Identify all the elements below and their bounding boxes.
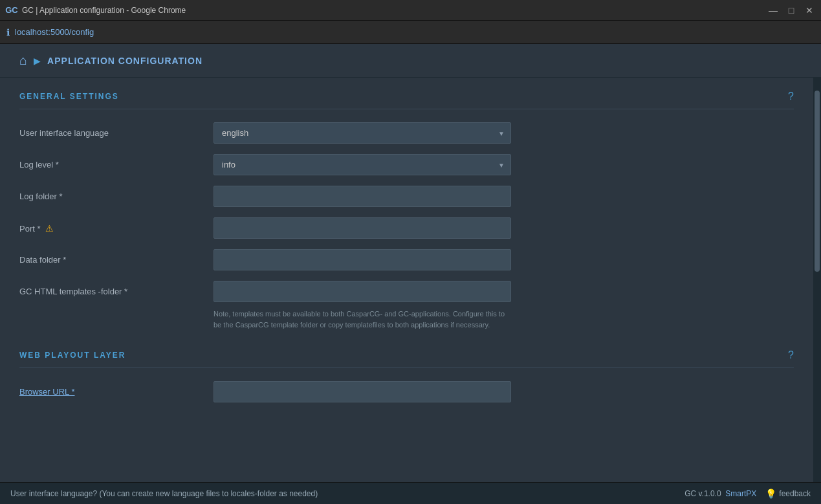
- general-settings-help-icon[interactable]: ?: [788, 91, 794, 102]
- html-templates-label: GC HTML templates -folder *: [19, 287, 201, 296]
- data-folder-row: Data folder * X:/GC/DATAROOT/: [19, 249, 794, 270]
- home-icon[interactable]: ⌂: [19, 53, 27, 68]
- browser-url-label: Browser URL *: [19, 387, 201, 397]
- web-playout-section: WEB PLAYOUT LAYER ? Browser URL * http:/…: [19, 349, 794, 402]
- data-folder-control: X:/GC/DATAROOT/: [213, 249, 511, 270]
- feedback-icon: 💡: [765, 488, 776, 499]
- title-bar: GC GC | Application configuration - Goog…: [0, 0, 821, 21]
- close-button[interactable]: ✕: [804, 5, 815, 16]
- html-templates-note: Note, templates must be available to bot…: [213, 309, 511, 330]
- address-bar: ℹ localhost:5000/config: [0, 21, 821, 44]
- data-folder-label: Data folder *: [19, 255, 201, 265]
- maximize-button[interactable]: □: [786, 5, 796, 16]
- web-playout-title: WEB PLAYOUT LAYER: [19, 351, 126, 360]
- html-templates-row: GC HTML templates -folder * X:/GC/ASSETS…: [19, 281, 794, 302]
- window-controls: — □ ✕: [768, 5, 815, 16]
- log-folder-control: X:/GC/log: [213, 186, 511, 207]
- ui-language-control: english deutsch français: [213, 122, 511, 144]
- ui-language-select[interactable]: english deutsch français: [213, 122, 511, 144]
- log-folder-input[interactable]: X:/GC/log: [213, 186, 511, 207]
- browser-url-control: http://192.168.1.44:5000/renderer/: [213, 381, 511, 402]
- log-level-select[interactable]: info debug warn error: [213, 154, 511, 175]
- log-folder-label: Log folder *: [19, 192, 201, 201]
- log-level-label: Log level *: [19, 160, 201, 170]
- general-settings-header: GENERAL SETTINGS ?: [19, 91, 794, 109]
- window-title: GC | Application configuration - Google …: [22, 6, 763, 15]
- port-label: Port * ⚠: [19, 223, 201, 234]
- app-container: ⌂ ▶ APPLICATION CONFIGURATION GENERAL SE…: [0, 44, 821, 504]
- main-content: GENERAL SETTINGS ? User interface langua…: [0, 78, 813, 482]
- port-row: Port * ⚠ 5000: [19, 217, 794, 239]
- scrollbar-track[interactable]: [813, 78, 821, 482]
- status-version: GC v.1.0.0 SmartPX: [684, 489, 756, 498]
- port-control: 5000: [213, 217, 511, 239]
- status-message: User interface language? (You can create…: [10, 489, 318, 498]
- log-level-row: Log level * info debug warn error: [19, 154, 794, 175]
- minimize-button[interactable]: —: [768, 5, 778, 16]
- app-icon: GC: [6, 5, 17, 16]
- general-settings-section: GENERAL SETTINGS ? User interface langua…: [19, 91, 794, 330]
- page-title: APPLICATION CONFIGURATION: [47, 56, 203, 66]
- log-level-control: info debug warn error: [213, 154, 511, 175]
- data-folder-input[interactable]: X:/GC/DATAROOT/: [213, 249, 511, 270]
- html-templates-control: X:/GC/ASSETS/templates/: [213, 281, 511, 302]
- html-templates-input[interactable]: X:/GC/ASSETS/templates/: [213, 281, 511, 302]
- web-playout-help-icon[interactable]: ?: [788, 349, 794, 361]
- port-warning-icon: ⚠: [45, 223, 54, 234]
- scrollbar-thumb[interactable]: [815, 91, 820, 272]
- app-header: ⌂ ▶ APPLICATION CONFIGURATION: [0, 44, 821, 78]
- ui-language-row: User interface language english deutsch …: [19, 122, 794, 144]
- breadcrumb-arrow: ▶: [34, 56, 41, 66]
- url-display[interactable]: localhost:5000/config: [15, 27, 94, 37]
- status-right: GC v.1.0.0 SmartPX 💡 feedback: [684, 488, 811, 499]
- info-icon: ℹ: [6, 27, 10, 38]
- browser-url-row: Browser URL * http://192.168.1.44:5000/r…: [19, 381, 794, 402]
- web-playout-header: WEB PLAYOUT LAYER ?: [19, 349, 794, 368]
- port-input[interactable]: 5000: [213, 217, 511, 239]
- status-brand: SmartPX: [725, 489, 756, 498]
- feedback-label: feedback: [779, 489, 811, 498]
- log-folder-row: Log folder * X:/GC/log: [19, 186, 794, 207]
- status-bar: User interface language? (You can create…: [0, 482, 821, 504]
- ui-language-label: User interface language: [19, 128, 201, 138]
- content-area: GENERAL SETTINGS ? User interface langua…: [0, 78, 821, 482]
- browser-url-input[interactable]: http://192.168.1.44:5000/renderer/: [213, 381, 511, 402]
- feedback-button[interactable]: 💡 feedback: [765, 488, 811, 499]
- browser-url-link-label[interactable]: Browser URL *: [19, 387, 74, 397]
- general-settings-title: GENERAL SETTINGS: [19, 92, 119, 101]
